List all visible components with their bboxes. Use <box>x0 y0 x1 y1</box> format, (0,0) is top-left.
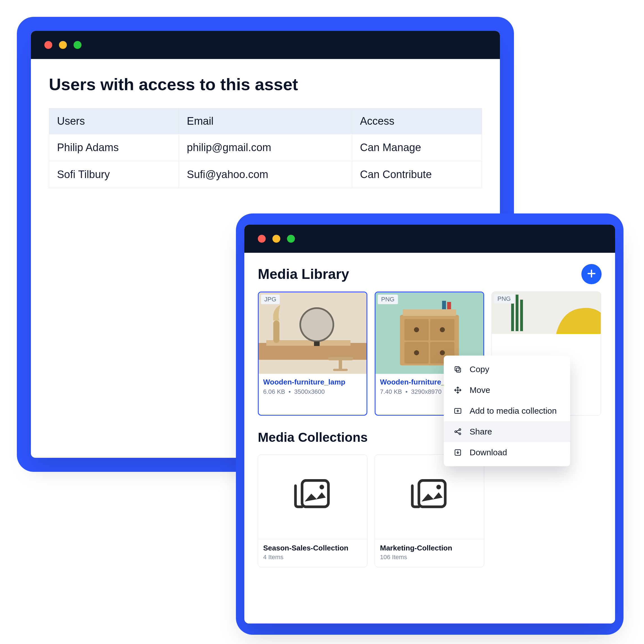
copy-icon <box>453 365 462 374</box>
close-icon[interactable] <box>258 235 266 243</box>
minimize-icon[interactable] <box>272 235 280 243</box>
cell-email: Sufi@yahoo.com <box>179 161 352 188</box>
svg-point-20 <box>440 327 445 332</box>
media-meta: 6.06 KB • 3500x3600 <box>263 388 362 395</box>
collection-name: Marketing-Collection <box>380 544 479 552</box>
access-users-table: Users Email Access Philip Adams philip@g… <box>49 108 482 188</box>
add-media-button[interactable] <box>581 264 602 284</box>
media-library-title: Media Library <box>258 266 349 282</box>
cell-email: philip@gmail.com <box>179 134 352 161</box>
svg-rect-7 <box>314 342 320 346</box>
cell-user: Philip Adams <box>49 134 179 161</box>
ctx-share[interactable]: Share <box>444 421 570 442</box>
ctx-label: Download <box>470 448 507 457</box>
cell-access: Can Manage <box>352 134 482 161</box>
format-badge: PNG <box>378 295 398 304</box>
col-access-header: Access <box>352 108 482 134</box>
svg-point-21 <box>414 350 419 355</box>
table-row[interactable]: Philip Adams philip@gmail.com Can Manage <box>49 134 482 161</box>
collection-icon <box>292 475 334 518</box>
svg-point-6 <box>301 309 333 340</box>
svg-point-19 <box>414 327 419 332</box>
svg-point-30 <box>320 485 324 489</box>
access-panel-title: Users with access to this asset <box>49 75 482 94</box>
minimize-icon[interactable] <box>59 41 67 49</box>
move-icon <box>453 386 462 395</box>
window2-titlebar <box>244 225 615 253</box>
ctx-add-to-collection[interactable]: Add to media collection <box>444 400 570 421</box>
svg-rect-9 <box>328 357 353 360</box>
collection-count: 106 Items <box>380 554 479 561</box>
close-icon[interactable] <box>44 41 52 49</box>
svg-rect-10 <box>339 360 342 369</box>
share-icon <box>453 427 462 436</box>
svg-rect-34 <box>455 367 459 371</box>
collection-card[interactable]: Marketing-Collection 106 Items <box>375 454 484 567</box>
media-card[interactable]: JPG <box>258 292 367 416</box>
svg-rect-14 <box>403 309 456 316</box>
maximize-icon[interactable] <box>74 41 81 49</box>
col-email-header: Email <box>179 108 352 134</box>
thumbnail-image <box>259 292 367 374</box>
svg-rect-29 <box>302 481 329 507</box>
ctx-label: Share <box>470 427 492 436</box>
svg-rect-31 <box>419 481 445 507</box>
window1-titlebar <box>31 31 500 59</box>
svg-rect-8 <box>273 320 279 343</box>
table-row[interactable]: Sofi Tilbury Sufi@yahoo.com Can Contribu… <box>49 161 482 188</box>
cell-user: Sofi Tilbury <box>49 161 179 188</box>
add-to-collection-icon <box>453 406 462 415</box>
svg-rect-28 <box>520 300 523 331</box>
svg-rect-27 <box>516 295 518 331</box>
svg-rect-23 <box>442 301 446 309</box>
cell-access: Can Contribute <box>352 161 482 188</box>
collection-name: Season-Sales-Collection <box>263 544 362 552</box>
media-name: Wooden-furniture_lamp <box>263 378 362 386</box>
svg-rect-24 <box>447 302 451 309</box>
maximize-icon[interactable] <box>287 235 295 243</box>
collection-icon <box>408 475 450 518</box>
ctx-copy[interactable]: Copy <box>444 359 570 380</box>
ctx-label: Add to media collection <box>470 406 557 416</box>
ctx-label: Move <box>470 385 490 395</box>
format-badge: JPG <box>261 295 280 304</box>
svg-point-22 <box>440 350 445 355</box>
svg-point-32 <box>436 485 441 489</box>
ctx-download[interactable]: Download <box>444 442 570 463</box>
ctx-label: Copy <box>470 365 489 374</box>
col-users-header: Users <box>49 108 179 134</box>
collection-card[interactable]: Season-Sales-Collection 4 Items <box>258 454 367 567</box>
svg-rect-33 <box>456 368 461 372</box>
collection-count: 4 Items <box>263 554 362 561</box>
plus-icon <box>586 268 597 280</box>
format-badge: PNG <box>494 294 514 304</box>
download-icon <box>453 448 462 457</box>
context-menu: Copy Move Add to media collection <box>444 356 570 466</box>
ctx-move[interactable]: Move <box>444 380 570 400</box>
svg-rect-11 <box>333 369 348 371</box>
